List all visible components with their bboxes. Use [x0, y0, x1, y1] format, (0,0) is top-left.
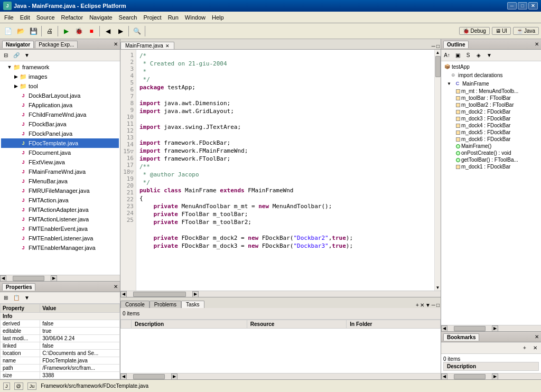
tree-item-java-1[interactable]: J DockBarLayout.java: [1, 91, 119, 100]
back-button[interactable]: ◀: [102, 25, 114, 37]
outline-field-7[interactable]: m_dock5 : FDockBar: [442, 129, 540, 136]
open-button[interactable]: 📂: [15, 25, 26, 37]
outline-hscroll-right[interactable]: ▶: [492, 325, 498, 332]
menu-help[interactable]: Help: [209, 13, 227, 22]
print-button[interactable]: 🖨: [44, 25, 55, 37]
tree-item-java-7[interactable]: J FDocument.java: [1, 148, 119, 157]
tasks-hscroll-right[interactable]: ▶: [171, 374, 178, 380]
tree-item-java-9[interactable]: J FMainFrameWnd.java: [1, 167, 119, 176]
debug-pill[interactable]: 🐞 Debug: [459, 27, 489, 35]
hide-fields-btn[interactable]: ▣: [453, 51, 462, 60]
outline-field-5[interactable]: m_dock3 : FDockBar: [442, 115, 540, 122]
prop-btn-2[interactable]: 📋: [12, 293, 21, 303]
expand-toggle[interactable]: ▼: [6, 64, 13, 70]
tree-item-java-8[interactable]: J FExtView.java: [1, 157, 119, 167]
outline-imports[interactable]: ⊕ import declarations: [442, 71, 540, 79]
debug-button[interactable]: 🐞: [73, 25, 85, 37]
properties-tab[interactable]: Properties: [2, 283, 35, 291]
expand-toggle[interactable]: ▶: [13, 74, 19, 79]
bookmarks-tab[interactable]: Bookmarks: [443, 333, 479, 341]
tree-item-java-17[interactable]: J FMTEnablerManager.java: [1, 243, 119, 253]
tree-item-java-14[interactable]: J FMTActionListener.java: [1, 214, 119, 224]
tree-item-java-11[interactable]: J FMRUFileManager.java: [1, 186, 119, 195]
expand-toggle[interactable]: ▶: [13, 83, 19, 89]
ui-pill[interactable]: 🖥 UI: [492, 27, 511, 35]
tree-item-java-4[interactable]: J FDockBar.java: [1, 119, 119, 129]
sort-alpha-btn[interactable]: A↑: [442, 51, 452, 60]
tree-item-selected[interactable]: J FDocTemplate.java: [1, 138, 119, 148]
menu-search[interactable]: Search: [116, 13, 141, 22]
menu-refactor[interactable]: Refactor: [58, 13, 87, 22]
editor-tab-mainframe[interactable]: MainFrame.java ✕: [120, 42, 174, 49]
tree-item-java-13[interactable]: J FMTActionAdapter.java: [1, 205, 119, 214]
hscroll-thumb[interactable]: [133, 292, 186, 297]
tree-item-java-3[interactable]: J FChildFrameWnd.java: [1, 110, 119, 119]
properties-close[interactable]: ✕: [114, 284, 118, 290]
problems-tab[interactable]: Problems: [150, 301, 181, 308]
console-tab[interactable]: Console: [120, 301, 150, 308]
code-editor[interactable]: 123456789101112131415▽161718▽19202122232…: [120, 50, 441, 291]
scroll-thumb[interactable]: [13, 276, 44, 281]
outline-hscroll-left[interactable]: ◀: [441, 325, 447, 332]
outline-field-last[interactable]: m_dock1 : FDockBar: [442, 163, 540, 170]
editor-min-button[interactable]: ─: [432, 43, 435, 49]
code-content[interactable]: /* * Created on 21-giu-2004 * */ package…: [136, 50, 434, 291]
tree-item-images[interactable]: ▶ 📁 images: [1, 72, 119, 81]
outline-hscroll-thumb[interactable]: [454, 326, 486, 331]
bm-add-btn[interactable]: +: [520, 343, 529, 353]
tasks-tab[interactable]: Tasks: [181, 301, 204, 308]
outline-tab[interactable]: Outline: [443, 41, 469, 48]
maximize-button[interactable]: □: [518, 2, 527, 10]
outline-field-2[interactable]: m_toolBar : FToolBar: [442, 95, 540, 101]
collapse-all-button[interactable]: ⊟: [1, 51, 11, 60]
outline-mainframe-class[interactable]: ▼ C MainFrame: [442, 79, 540, 88]
prop-btn-3[interactable]: ▼: [22, 293, 32, 303]
col-description[interactable]: Description: [132, 320, 247, 329]
vscroll-up[interactable]: ▲: [436, 50, 440, 55]
run-button[interactable]: ▶: [60, 25, 72, 37]
hscroll-left[interactable]: ◀: [120, 291, 127, 297]
menu-window[interactable]: Window: [182, 13, 209, 22]
tasks-delete-icon[interactable]: ✕: [420, 302, 424, 308]
tasks-hscroll-left[interactable]: ◀: [120, 374, 127, 380]
outline-method-1[interactable]: onPostCreate() : void: [442, 150, 540, 156]
menu-run[interactable]: Run: [165, 13, 182, 22]
outline-tree[interactable]: 📦 testApp ⊕ import declarations ▼ C Main…: [441, 61, 541, 325]
java-pill[interactable]: ☕ Java: [513, 27, 539, 35]
tasks-add-icon[interactable]: +: [416, 302, 419, 308]
tree-item-java-12[interactable]: J FMTAction.java: [1, 195, 119, 205]
close-button[interactable]: ✕: [528, 2, 538, 10]
outline-constructor[interactable]: MainFrame(): [442, 143, 540, 150]
bookmarks-hscroll[interactable]: ◀ ▶: [441, 373, 541, 379]
new-button[interactable]: 📄: [2, 25, 14, 37]
menu-file[interactable]: File: [1, 13, 17, 22]
outline-field-6[interactable]: m_dock4 : FDockBar: [442, 122, 540, 129]
save-button[interactable]: 💾: [27, 25, 39, 37]
prop-btn-1[interactable]: ⊞: [1, 293, 11, 303]
outline-field-4[interactable]: m_dock2 : FDockBar: [442, 108, 540, 115]
bm-hscroll-thumb[interactable]: [454, 374, 486, 379]
tree-item-java-10[interactable]: J FMenuBar.java: [1, 176, 119, 186]
hide-nonpub-btn[interactable]: ◈: [474, 51, 483, 60]
bookmarks-close[interactable]: ✕: [535, 334, 539, 340]
editor-hscroll[interactable]: ◀ ▶: [120, 291, 441, 297]
tasks-max-button[interactable]: □: [436, 302, 440, 308]
col-resource[interactable]: Resource: [247, 320, 346, 329]
tree-item-java-15[interactable]: J FMTEnablerEvent.java: [1, 224, 119, 234]
bm-hscroll-right[interactable]: ▶: [492, 374, 498, 380]
menu-edit[interactable]: Edit: [17, 13, 33, 22]
stop-button[interactable]: ■: [86, 25, 97, 37]
package-explorer-tab[interactable]: Package Exp...: [35, 41, 78, 48]
tree-item-java-5[interactable]: J FDockPanel.java: [1, 129, 119, 138]
navigator-close[interactable]: ✕: [114, 41, 118, 47]
hide-static-btn[interactable]: S: [463, 51, 473, 60]
outline-testapp[interactable]: 📦 testApp: [442, 62, 540, 71]
outline-filter-btn[interactable]: ▼: [484, 51, 494, 60]
vscroll-thumb[interactable]: [435, 56, 441, 77]
scroll-left[interactable]: ◀: [0, 275, 6, 282]
hscroll-right[interactable]: ▶: [192, 291, 199, 297]
menu-project[interactable]: Project: [140, 13, 164, 22]
menu-source[interactable]: Source: [33, 13, 58, 22]
outline-field-3[interactable]: m_toolBar2 : FToolBar: [442, 101, 540, 108]
bm-del-btn[interactable]: ✕: [530, 343, 540, 353]
